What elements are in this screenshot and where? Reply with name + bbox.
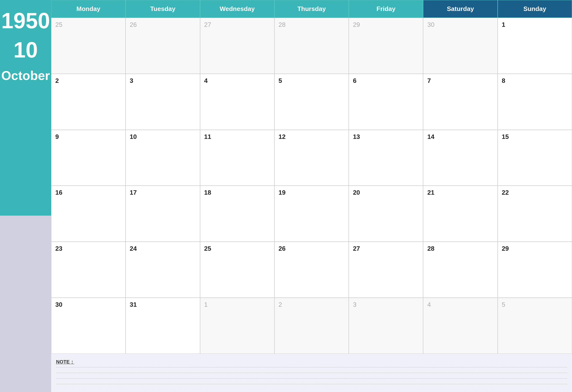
day-cell: 30 [51,298,126,354]
main-calendar: Monday Tuesday Wednesday Thursday Friday… [51,0,572,392]
day-cell: 30 [423,18,497,74]
day-cell: 2 [51,74,126,130]
day-cell: 16 [51,186,126,242]
sidebar: 1950 10 October [0,0,51,392]
day-cell: 25 [200,242,274,298]
day-cell: 17 [126,186,200,242]
week-row-1: 25 26 27 28 29 30 1 [51,18,572,74]
note-line-1 [56,367,567,367]
day-cell: 22 [498,186,572,242]
day-cell: 24 [126,242,200,298]
day-cell: 19 [274,186,349,242]
note-line-3 [56,378,567,379]
day-cell: 4 [200,74,274,130]
day-cell: 28 [423,242,497,298]
header-row: Monday Tuesday Wednesday Thursday Friday… [51,0,572,18]
sidebar-month-number: 10 [13,39,38,61]
day-cell: 9 [51,130,126,186]
header-friday: Friday [349,0,423,18]
day-cell: 12 [274,130,349,186]
notes-label: NOTE： [56,359,567,365]
day-cell: 11 [200,130,274,186]
note-line-4 [56,384,567,384]
day-cell: 25 [51,18,126,74]
day-cell: 5 [498,298,572,354]
calendar-grid: Monday Tuesday Wednesday Thursday Friday… [51,0,572,354]
notes-section: NOTE： [51,354,572,392]
sidebar-month-name: October [1,68,50,83]
day-cell: 23 [51,242,126,298]
day-cell: 26 [126,18,200,74]
day-cell: 4 [423,298,497,354]
day-cell: 3 [349,298,423,354]
header-wednesday: Wednesday [200,0,274,18]
day-cell: 10 [126,130,200,186]
day-cell: 29 [349,18,423,74]
sidebar-year: 1950 [1,10,50,32]
header-monday: Monday [51,0,126,18]
day-cell: 8 [498,74,572,130]
header-saturday: Saturday [423,0,497,18]
day-cell: 13 [349,130,423,186]
day-cell: 31 [126,298,200,354]
day-cell: 15 [498,130,572,186]
calendar-container: 1950 10 October Monday Tuesday Wednesday… [0,0,572,392]
week-row-4: 16 17 18 19 20 21 22 [51,186,572,242]
day-cell: 27 [200,18,274,74]
day-cell: 14 [423,130,497,186]
day-cell: 20 [349,186,423,242]
day-cell: 1 [498,18,572,74]
header-sunday: Sunday [498,0,572,18]
day-cell: 18 [200,186,274,242]
note-line-2 [56,373,567,373]
day-cell: 7 [423,74,497,130]
day-cell: 29 [498,242,572,298]
week-row-3: 9 10 11 12 13 14 15 [51,130,572,186]
day-cell: 26 [274,242,349,298]
day-cell: 5 [274,74,349,130]
day-cell: 6 [349,74,423,130]
weeks-container: 25 26 27 28 29 30 1 2 3 4 5 6 7 8 [51,18,572,354]
day-cell: 27 [349,242,423,298]
day-cell: 1 [200,298,274,354]
day-cell: 28 [274,18,349,74]
day-cell: 2 [274,298,349,354]
day-cell: 3 [126,74,200,130]
week-row-6: 30 31 1 2 3 4 5 [51,298,572,354]
day-cell: 21 [423,186,497,242]
header-tuesday: Tuesday [126,0,200,18]
week-row-2: 2 3 4 5 6 7 8 [51,74,572,130]
header-thursday: Thursday [274,0,349,18]
week-row-5: 23 24 25 26 27 28 29 [51,242,572,298]
